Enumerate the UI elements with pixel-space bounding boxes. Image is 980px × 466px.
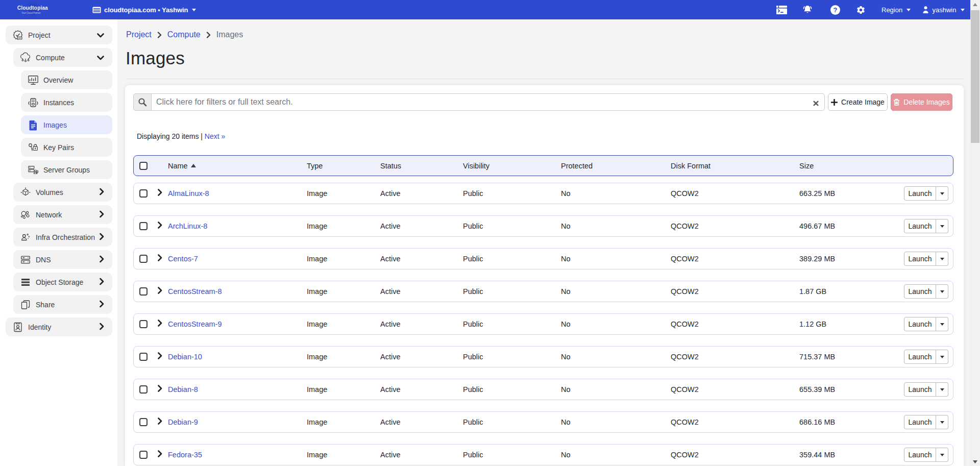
svg-text:?: ? <box>834 6 838 14</box>
